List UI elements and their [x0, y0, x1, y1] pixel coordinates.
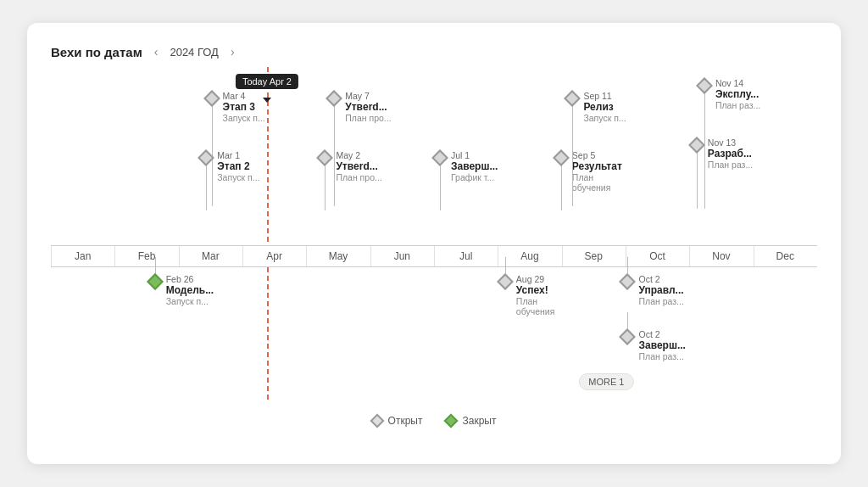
- milestone-diamond: [553, 149, 570, 166]
- above-axis: Today Apr 2Mar 4Этап 3Запуск п...Mar 1Эт…: [51, 67, 817, 245]
- open-diamond-icon: [370, 414, 384, 428]
- month-nov: Nov: [689, 246, 753, 266]
- milestone: Sep 5РезультатПлан обучения: [555, 152, 567, 164]
- more-button[interactable]: MORE 1: [579, 373, 633, 390]
- milestone-date: Mar 4: [223, 91, 282, 101]
- today-line-below: [267, 267, 269, 403]
- milestone-diamond: [564, 90, 581, 107]
- month-apr: Apr: [242, 246, 306, 266]
- milestone-date: May 7: [345, 91, 404, 101]
- month-jun: Jun: [370, 246, 434, 266]
- milestone: Nov 14Эксплу...План раз...: [698, 80, 710, 92]
- prev-year-button[interactable]: ‹: [151, 43, 162, 60]
- milestone-content: Oct 2Управл...План раз...: [638, 274, 698, 306]
- milestone-diamond: [620, 273, 637, 290]
- milestone-content: Nov 14Эксплу...План раз...: [715, 78, 775, 110]
- milestone-connector: [561, 164, 562, 210]
- closed-label: Закрыт: [462, 415, 496, 427]
- month-mar: Mar: [179, 246, 242, 266]
- header: Вехи по датам ‹ 2024 ГОД ›: [51, 43, 817, 60]
- milestone-subtitle: График т...: [451, 172, 510, 182]
- milestone-title: Заверш...: [638, 339, 698, 351]
- milestone: Nov 13Разраб...План раз...: [691, 139, 703, 151]
- month-sep: Sep: [562, 246, 626, 266]
- milestone-date: Feb 26: [166, 274, 225, 284]
- open-label: Открыт: [388, 415, 423, 427]
- milestone-title: Утвerd...: [345, 101, 404, 113]
- timeline-area: Today Apr 2Mar 4Этап 3Запуск п...Mar 1Эт…: [51, 67, 817, 403]
- closed-diamond-icon: [444, 414, 459, 428]
- milestone-connector: [334, 104, 335, 206]
- milestone: Mar 4Этап 3Запуск п...: [206, 92, 218, 104]
- milestone-subtitle: План раз...: [715, 100, 775, 110]
- milestone-diamond: [326, 90, 342, 107]
- month-feb: Feb: [114, 246, 178, 266]
- milestone-diamond: [497, 273, 514, 290]
- milestone-subtitle: План раз...: [638, 351, 698, 361]
- month-oct: Oct: [626, 246, 689, 266]
- milestone-content: May 7Утвerd...План про...: [345, 91, 404, 123]
- milestone-date: Oct 2: [638, 329, 698, 339]
- milestone-date: May 2: [336, 150, 395, 160]
- milestone-subtitle: Запуск п...: [166, 296, 225, 306]
- milestone: May 7Утвerd...План про...: [328, 92, 340, 104]
- milestone-date: Nov 14: [715, 78, 775, 88]
- today-line-above: [267, 67, 269, 245]
- milestone-connector: [440, 164, 441, 210]
- milestone-connector: [704, 92, 705, 209]
- milestone-title: Релиз: [583, 101, 643, 113]
- milestone-subtitle: План раз...: [638, 296, 698, 306]
- below-axis: Feb 26Модель...Запуск п...Aug 29Успех!Пл…: [51, 267, 817, 403]
- milestone-content: Sep 5РезультатПлан обучения: [572, 150, 632, 193]
- milestone-date: Oct 2: [638, 274, 698, 284]
- milestone-connector: [697, 151, 698, 209]
- milestone: Oct 2Заверш...План раз...: [621, 331, 633, 343]
- milestone-subtitle: План обучения: [516, 296, 576, 316]
- milestone: Feb 26Модель...Запуск п...: [149, 276, 161, 288]
- main-card: Вехи по датам ‹ 2024 ГОД › Today Apr 2Ma…: [27, 23, 841, 464]
- milestone-diamond: [203, 90, 220, 107]
- milestone-title: Результат: [572, 160, 632, 172]
- milestone-title: Управл...: [638, 284, 698, 296]
- milestone-title: Заверш...: [451, 160, 510, 172]
- milestone-date: Sep 5: [572, 150, 632, 160]
- milestone-content: May 2Утвerd...План про...: [336, 150, 395, 182]
- milestone-title: Модель...: [166, 284, 225, 296]
- milestone-date: Sep 11: [583, 91, 643, 101]
- milestone-content: Oct 2Заверш...План раз...: [638, 329, 698, 361]
- legend: Открыт Закрыт: [51, 415, 817, 427]
- milestone-content: Feb 26Модель...Запуск п...: [166, 274, 225, 306]
- milestone: Aug 29Успех!План обучения: [499, 276, 511, 288]
- month-dec: Dec: [754, 246, 817, 266]
- next-year-button[interactable]: ›: [227, 43, 238, 60]
- milestone-content: Sep 11РелизЗапуск п...: [583, 91, 643, 123]
- milestone-diamond: [147, 273, 164, 290]
- milestone-title: Разраб...: [708, 148, 767, 160]
- month-may: May: [306, 246, 370, 266]
- milestone-subtitle: План раз...: [708, 160, 767, 170]
- today-badge-arrow: [263, 98, 271, 103]
- month-aug: Aug: [498, 246, 561, 266]
- month-jul: Jul: [434, 246, 498, 266]
- milestone-diamond: [620, 328, 637, 345]
- milestone: May 2Утвerd...План про...: [319, 152, 331, 164]
- milestone-subtitle: План про...: [345, 113, 404, 123]
- year-label: 2024 ГОД: [170, 46, 218, 59]
- milestone-diamond: [431, 149, 448, 166]
- milestone-diamond: [316, 149, 333, 166]
- milestone: Oct 2Управл...План раз...: [621, 276, 633, 288]
- milestone-connector: [627, 312, 628, 331]
- milestone-diamond: [696, 77, 713, 94]
- milestone-title: Этап 3: [223, 101, 282, 113]
- milestone-subtitle: Запуск п...: [223, 113, 282, 123]
- milestone-connector: [206, 164, 207, 210]
- milestone-content: Mar 4Этап 3Запуск п...: [223, 91, 282, 123]
- month-axis: JanFebMarAprMayJunJulAugSepOctNovDec: [51, 245, 817, 267]
- page-title: Вехи по датам: [51, 45, 142, 59]
- milestone-content: Aug 29Успех!План обучения: [516, 274, 576, 316]
- milestone-connector: [627, 257, 628, 276]
- milestone-date: Nov 13: [708, 137, 767, 148]
- milestone-subtitle: План обучения: [572, 172, 632, 193]
- milestone-diamond: [688, 137, 705, 154]
- milestone-connector: [325, 164, 326, 210]
